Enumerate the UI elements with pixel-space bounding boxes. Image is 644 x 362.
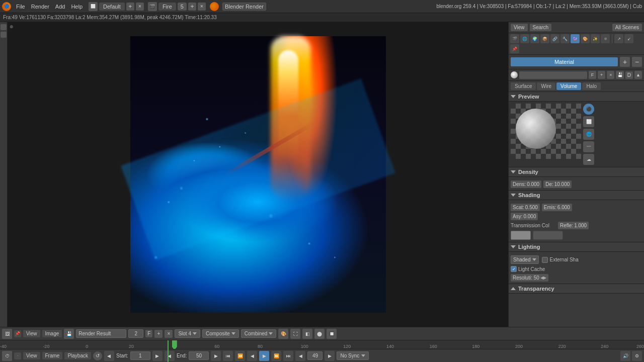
ie-render-icon[interactable]: 🔲 bbox=[327, 329, 337, 339]
preview-sphere-btn[interactable]: ⚫ bbox=[583, 104, 594, 115]
pb-playback-btn[interactable]: Playback bbox=[64, 352, 91, 359]
viewport[interactable]: ⊕ bbox=[8, 22, 508, 327]
pb-next-cur-btn[interactable]: ▶ bbox=[325, 351, 335, 361]
close-scene-btn[interactable]: × bbox=[198, 3, 206, 11]
add-menu[interactable]: Add bbox=[52, 3, 68, 11]
pb-current-frame[interactable]: 49 bbox=[307, 351, 323, 360]
up-btn[interactable]: ▲ bbox=[634, 71, 642, 79]
tab-wire[interactable]: Wire bbox=[537, 82, 555, 90]
pb-pin-icon[interactable]: · bbox=[14, 352, 21, 359]
shading-dropdown[interactable]: Shaded bbox=[511, 255, 539, 264]
tab-surface[interactable]: Surface bbox=[511, 82, 536, 90]
ie-view-btn[interactable]: View bbox=[23, 330, 40, 337]
add-material-btn[interactable]: + bbox=[620, 57, 630, 67]
save-node-btn[interactable]: 💾 bbox=[616, 71, 623, 79]
ie-fit-icon[interactable]: ⛶ bbox=[290, 329, 300, 339]
light-cache-checkbox[interactable] bbox=[511, 266, 517, 272]
pb-jump-end-btn[interactable]: ⏭ bbox=[283, 351, 293, 361]
nav-all-scenes-btn[interactable]: All Scenes bbox=[612, 24, 642, 31]
preview-plane-btn[interactable]: ⬜ bbox=[583, 116, 594, 127]
ie-del-btn[interactable]: × bbox=[165, 330, 173, 338]
tab-volume[interactable]: Volume bbox=[556, 82, 581, 90]
render-menu[interactable]: Render bbox=[28, 3, 52, 11]
preview-sky-btn[interactable]: ☁ bbox=[583, 154, 594, 165]
ie-header-icon[interactable]: 💾 bbox=[64, 329, 74, 339]
fire-num[interactable]: 5 bbox=[178, 3, 187, 11]
physics-props-icon[interactable]: ⚛ bbox=[601, 34, 610, 43]
pb-prev-start-btn[interactable]: ◀ bbox=[104, 351, 114, 361]
ie-image-btn[interactable]: Image bbox=[42, 330, 62, 337]
pb-prev-frame-btn[interactable]: ⏪ bbox=[235, 351, 245, 361]
pb-play-btn[interactable]: ▶ bbox=[259, 351, 269, 361]
workspace-name[interactable]: Default bbox=[99, 3, 125, 11]
d-label-btn[interactable]: D bbox=[625, 71, 633, 79]
fire-tab[interactable]: Fire bbox=[158, 3, 176, 11]
pb-jump-start-btn[interactable]: ⏮ bbox=[223, 351, 233, 361]
file-menu[interactable]: File bbox=[13, 3, 28, 11]
ie-render-result-field[interactable]: Render Result bbox=[76, 329, 126, 338]
pb-audio-icon[interactable]: 🔊 bbox=[620, 351, 630, 361]
transparency-section-header[interactable]: Transparency bbox=[509, 284, 644, 294]
texture-props-icon[interactable]: 🎨 bbox=[581, 34, 590, 43]
remove-material-btn[interactable]: − bbox=[632, 57, 642, 67]
ie-pin-icon[interactable]: 📌 bbox=[14, 330, 21, 337]
expand-icon[interactable]: ↗ bbox=[614, 34, 623, 43]
collapse-icon[interactable]: ↙ bbox=[624, 34, 633, 43]
resoluti-field[interactable]: Resoluti: 50 ◀▶ bbox=[511, 274, 548, 282]
refle-col-swatch[interactable] bbox=[533, 231, 563, 240]
ie-paint-icon[interactable]: 🎨 bbox=[278, 329, 288, 339]
nav-view-btn[interactable]: View bbox=[511, 24, 528, 31]
constraint-props-icon[interactable]: 🔗 bbox=[550, 34, 559, 43]
pb-next-start-btn[interactable]: ▶ bbox=[152, 351, 163, 361]
pb-prev-end-btn[interactable]: ◀ bbox=[165, 351, 175, 361]
tab-halo[interactable]: Halo bbox=[582, 82, 601, 90]
preview-section-header[interactable]: Preview bbox=[509, 92, 644, 102]
add-scene-btn[interactable]: + bbox=[188, 3, 196, 11]
pb-frame-btn[interactable]: Frame bbox=[42, 352, 63, 359]
nav-search-btn[interactable]: Search bbox=[530, 24, 552, 31]
scat-field[interactable]: Scat: 0.500 bbox=[511, 204, 540, 211]
lighting-section-header[interactable]: Lighting bbox=[509, 242, 644, 252]
preview-hair-btn[interactable]: 〰 bbox=[583, 141, 594, 152]
mat-node-input[interactable]: terial bbox=[519, 71, 587, 79]
ie-frame-num[interactable]: 2 bbox=[128, 329, 143, 338]
pb-next-end-btn[interactable]: ▶ bbox=[211, 351, 221, 361]
modifier-props-icon[interactable]: 🔧 bbox=[560, 34, 570, 43]
playhead[interactable] bbox=[168, 340, 169, 362]
asy-field[interactable]: Asy: 0.000 bbox=[511, 213, 538, 220]
node-add-btn[interactable]: + bbox=[598, 71, 605, 79]
shading-section-header[interactable]: Shading bbox=[509, 191, 644, 200]
help-menu[interactable]: Help bbox=[68, 3, 86, 11]
left-panel-btn[interactable] bbox=[1, 24, 7, 30]
pb-settings-icon[interactable]: ⚙ bbox=[632, 351, 642, 361]
object-props-icon[interactable]: 📦 bbox=[540, 34, 549, 43]
ie-slot-selector[interactable]: Slot 4 bbox=[175, 329, 200, 338]
ie-mask-icon[interactable]: ⬤ bbox=[314, 329, 325, 339]
pb-rotate-icon[interactable]: ↺ bbox=[93, 351, 102, 360]
density-section-header[interactable]: Density bbox=[509, 167, 644, 177]
external-sha-checkbox[interactable] bbox=[542, 257, 548, 263]
de-field[interactable]: De: 10.000 bbox=[543, 180, 572, 188]
ie-editor-type-icon[interactable]: 🖼 bbox=[2, 329, 12, 339]
ie-combined-selector[interactable]: Combined bbox=[241, 329, 277, 338]
material-name-btn[interactable]: Material bbox=[511, 57, 618, 66]
trans-col-swatch[interactable] bbox=[511, 231, 531, 240]
ie-composite-selector[interactable]: Composite bbox=[202, 329, 239, 338]
left-panel-btn2[interactable] bbox=[1, 32, 7, 38]
refle-field[interactable]: Refle: 1.000 bbox=[558, 222, 589, 229]
scene-props-icon[interactable]: 🌐 bbox=[520, 34, 529, 43]
pb-view-btn[interactable]: View bbox=[23, 352, 40, 359]
node-delete-btn[interactable]: × bbox=[607, 71, 614, 79]
ie-add-btn[interactable]: + bbox=[154, 330, 163, 338]
dens-field[interactable]: Dens: 0.000 bbox=[511, 180, 541, 188]
viewport-icon[interactable]: ⬜ bbox=[89, 2, 98, 11]
pb-prev-cur-btn[interactable]: ◀ bbox=[295, 351, 305, 361]
close-workspace-btn[interactable]: × bbox=[136, 3, 144, 11]
ie-f-btn[interactable]: F bbox=[145, 330, 152, 337]
pin-icon[interactable]: 📌 bbox=[510, 44, 519, 53]
f-btn[interactable]: F bbox=[589, 71, 596, 79]
pb-end-field[interactable]: 50 bbox=[189, 351, 209, 360]
pb-reverse-btn[interactable]: ◀ bbox=[247, 351, 257, 361]
pb-start-field[interactable]: 1 bbox=[130, 351, 150, 360]
add-workspace-btn[interactable]: + bbox=[126, 3, 134, 11]
